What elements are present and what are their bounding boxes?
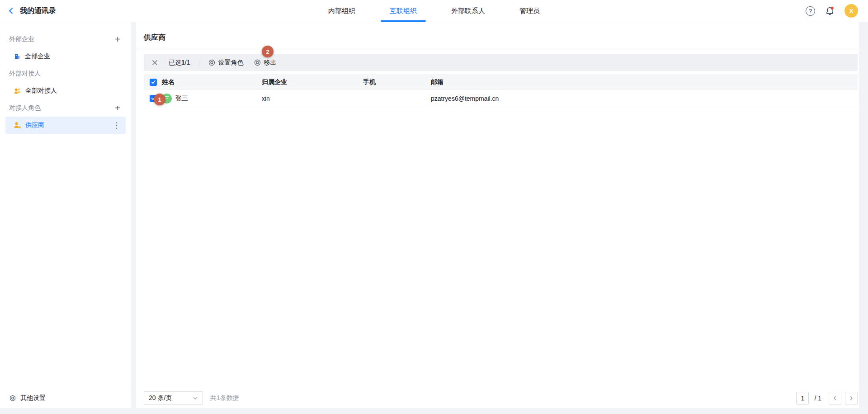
- total-count-label: 共1条数据: [210, 394, 239, 402]
- set-role-button[interactable]: 设置角色: [208, 59, 243, 67]
- chevron-right-icon: [849, 395, 854, 401]
- page-size-value: 20 条/页: [149, 394, 172, 402]
- pager: / 1: [796, 392, 858, 405]
- contact-name: 张三: [175, 94, 188, 103]
- section-label: 外部企业: [9, 35, 34, 43]
- other-settings-label: 其他设置: [20, 394, 46, 402]
- remove-label: 移出: [264, 59, 276, 67]
- chevron-left-icon: [7, 7, 15, 15]
- set-role-label: 设置角色: [218, 59, 243, 67]
- table-header-row: 姓名 归属企业 手机 邮箱: [144, 74, 858, 90]
- target-circle-icon: [208, 59, 215, 66]
- top-header: 我的通讯录 内部组织 互联组织 外部联系人 管理员 ? X: [0, 0, 868, 22]
- sidebar-section-external-enterprise: 外部企业 +: [0, 31, 131, 48]
- building-icon: [14, 53, 21, 60]
- people-icon: [14, 87, 21, 94]
- add-role-button[interactable]: +: [115, 104, 120, 113]
- selection-action-bar: 已选1/1 设置角色 移出: [144, 54, 858, 71]
- column-header-mobile: 手机: [363, 78, 431, 86]
- sidebar-section-external-liaison: 外部对接人: [0, 65, 131, 82]
- table-row[interactable]: 三 张三 xin pzatryes6@tempmail.cn: [144, 90, 858, 107]
- sidebar-item-all-enterprises[interactable]: 全部企业: [5, 48, 126, 65]
- add-enterprise-button[interactable]: +: [115, 35, 120, 44]
- cell-name: 三 张三: [162, 94, 262, 104]
- sidebar-list: 外部企业 + 全部企业 外部对接人: [0, 22, 131, 388]
- back-button[interactable]: [7, 7, 15, 15]
- column-header-email: 邮箱: [431, 78, 858, 86]
- x-icon: [152, 60, 158, 66]
- tab-admin[interactable]: 管理员: [510, 0, 549, 22]
- annotation-badge-2: 2: [262, 46, 274, 57]
- select-all-checkbox[interactable]: [150, 79, 157, 86]
- sidebar-item-label: 供应商: [25, 121, 44, 129]
- notification-bell-icon[interactable]: [825, 6, 835, 16]
- selected-count-prefix: 已选: [169, 59, 181, 66]
- next-page-button[interactable]: [845, 392, 858, 405]
- page-number-input[interactable]: [796, 392, 809, 405]
- sidebar-item-supplier[interactable]: 供应商 ⋮: [5, 117, 126, 134]
- prev-page-button[interactable]: [829, 392, 841, 405]
- sidebar-section-liaison-roles: 对接人角色 +: [0, 99, 131, 117]
- help-icon[interactable]: ?: [806, 6, 815, 16]
- section-label: 外部对接人: [9, 70, 41, 78]
- header-right: ? X: [806, 0, 858, 22]
- kebab-menu-icon[interactable]: ⋮: [113, 122, 120, 129]
- annotation-badge-1: 1: [154, 94, 165, 105]
- close-selection-button[interactable]: [150, 58, 160, 67]
- chevron-left-icon: [832, 395, 838, 401]
- header-left: 我的通讯录: [7, 0, 56, 22]
- tab-external-contacts[interactable]: 外部联系人: [442, 0, 494, 22]
- gear-icon: [9, 395, 16, 402]
- nav-tabs: 内部组织 互联组织 外部联系人 管理员: [319, 0, 549, 22]
- remove-button[interactable]: 移出: [254, 59, 276, 67]
- section-label: 对接人角色: [9, 104, 41, 112]
- pagination-bar: 20 条/页 共1条数据 / 1: [144, 391, 858, 405]
- selected-count-value: 1: [181, 59, 185, 66]
- user-avatar[interactable]: X: [844, 4, 858, 18]
- column-header-company: 归属企业: [262, 78, 363, 86]
- chevron-down-icon: [193, 395, 198, 401]
- target-circle-icon: [254, 59, 261, 66]
- selected-count-suffix: /1: [185, 59, 190, 66]
- page-total-label: / 1: [814, 395, 821, 402]
- divider: [199, 60, 199, 66]
- cell-company: xin: [262, 95, 363, 102]
- page-size-select[interactable]: 20 条/页: [144, 391, 203, 405]
- cell-email: pzatryes6@tempmail.cn: [431, 95, 858, 102]
- person-role-icon: [14, 122, 21, 129]
- content-title: 供应商: [136, 22, 859, 50]
- page-title: 我的通讯录: [20, 6, 56, 16]
- sidebar-item-all-liaisons[interactable]: 全部对接人: [5, 82, 126, 99]
- sidebar-item-label: 全部对接人: [25, 87, 57, 95]
- sidebar-item-label: 全部企业: [25, 52, 50, 61]
- tab-internal-org[interactable]: 内部组织: [319, 0, 364, 22]
- selected-count: 已选1/1: [169, 59, 190, 67]
- main-content: 供应商 已选1/1 设置角色: [136, 22, 859, 408]
- sidebar: 外部企业 + 全部企业 外部对接人: [0, 22, 131, 408]
- column-header-name: 姓名: [162, 78, 262, 86]
- tab-connected-org[interactable]: 互联组织: [381, 0, 426, 22]
- other-settings-button[interactable]: 其他设置: [0, 388, 131, 408]
